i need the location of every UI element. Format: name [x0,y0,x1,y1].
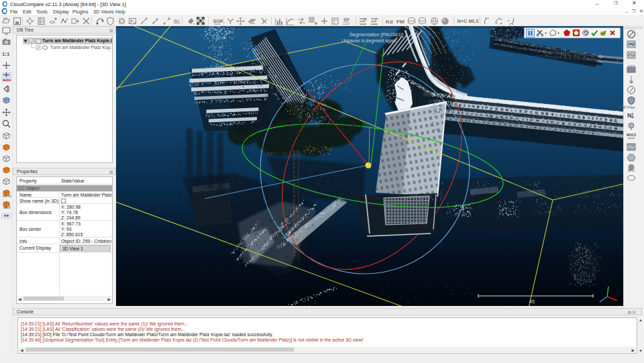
svg-text:M3C2: M3C2 [627,133,636,137]
svg-text:SOR: SOR [213,18,223,24]
svg-text:8c: 8c [174,18,180,25]
svg-text:DEM: DEM [629,42,635,46]
svg-text:1:1: 1:1 [2,51,10,57]
svg-text:SF: SF [343,17,350,22]
svg-text:auto: auto [3,78,11,82]
svg-text:FM: FM [396,19,405,25]
svg-text:FRONT: FRONT [3,195,11,198]
svg-text:RFO: RFO [628,169,635,172]
svg-text:45: 45 [529,299,535,304]
svg-text:L: L [375,17,377,21]
svg-text:N+C: N+C [458,18,468,24]
svg-text:Kd: Kd [386,19,393,25]
svg-text:N: N [627,112,632,119]
svg-text:MLS: MLS [469,18,479,24]
svg-text:E: E [364,17,366,21]
svg-text:1/2/3: 1/2/3 [343,22,350,25]
svg-text:BACK: BACK [3,206,11,209]
